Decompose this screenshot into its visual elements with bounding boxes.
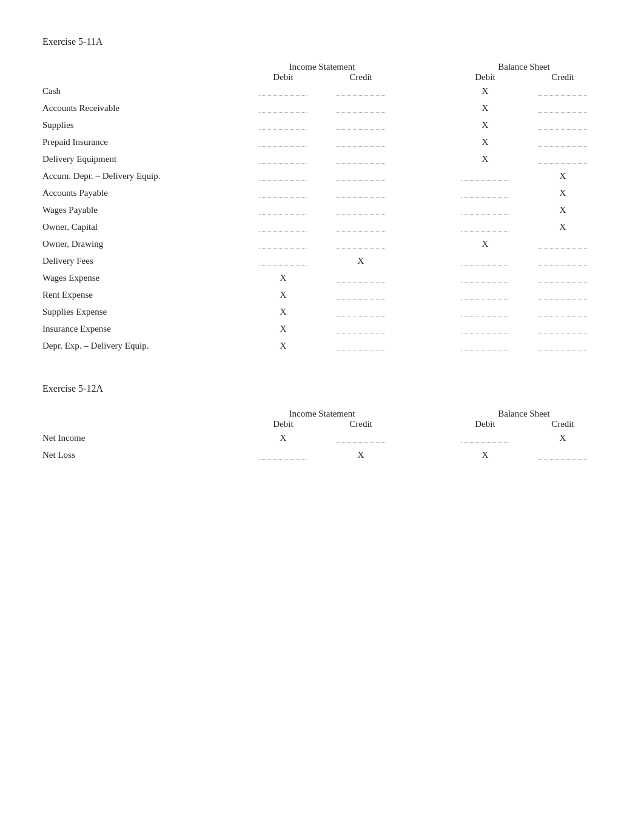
x-mark: X	[560, 171, 566, 181]
is-credit-cell	[322, 167, 400, 184]
dotted-field	[461, 223, 509, 232]
balance-sheet-group-header: Balance Sheet	[446, 62, 602, 72]
dotted-field	[259, 172, 307, 181]
exercise-2-worksheet: Income Statement Balance Sheet Debit Cre…	[42, 409, 602, 463]
x-mark: X	[280, 324, 287, 334]
dotted-field	[461, 291, 509, 300]
dotted-field	[538, 342, 587, 350]
spacer-cell	[400, 167, 446, 184]
col-header-row-2: Debit Credit Debit Credit	[42, 419, 602, 429]
spacer-col-header	[400, 72, 446, 82]
dotted-field	[538, 104, 587, 113]
is-debit-cell: X	[244, 269, 322, 286]
spacer-cell	[400, 133, 446, 150]
dotted-field	[259, 138, 307, 147]
dotted-field	[538, 155, 587, 164]
x-mark: X	[358, 450, 364, 460]
bs-debit-cell: X	[446, 235, 524, 252]
table-row: Delivery EquipmentX	[42, 150, 602, 167]
row-label: Net Income	[42, 429, 244, 446]
dotted-field	[337, 172, 385, 181]
row-label: Insurance Expense	[42, 320, 244, 337]
x-mark: X	[481, 86, 488, 96]
dotted-field	[538, 274, 587, 283]
table-row: Accounts PayableX	[42, 184, 602, 201]
spacer-cell	[400, 218, 446, 235]
exercise-2-title: Exercise 5-12A	[42, 383, 602, 394]
empty-header-2	[42, 409, 244, 419]
row-label: Accum. Depr. – Delivery Equip.	[42, 167, 244, 184]
bs-debit-cell	[446, 184, 524, 201]
dotted-field	[259, 87, 307, 96]
spacer-cell	[400, 116, 446, 133]
dotted-field	[259, 223, 307, 232]
x-mark: X	[481, 239, 488, 249]
dotted-field	[259, 240, 307, 249]
empty-header	[42, 62, 244, 72]
row-label: Wages Expense	[42, 269, 244, 286]
income-statement-group-header: Income Statement	[244, 62, 400, 72]
table-row: Wages PayableX	[42, 201, 602, 218]
is-credit-cell	[322, 320, 400, 337]
dotted-field	[337, 291, 385, 300]
bs-credit-cell	[524, 337, 602, 354]
dotted-field	[538, 87, 587, 96]
bs-debit-cell	[446, 286, 524, 303]
is-debit-cell: X	[244, 320, 322, 337]
bs-debit-cell: X	[446, 82, 524, 99]
dotted-field	[538, 138, 587, 147]
is-debit-header: Debit	[244, 72, 322, 82]
is-debit-cell	[244, 167, 322, 184]
spacer-header	[400, 62, 446, 72]
is-debit-cell: X	[244, 429, 322, 446]
bs-credit-cell	[524, 99, 602, 116]
is-debit-cell	[244, 235, 322, 252]
exercise-1-title: Exercise 5-11A	[42, 36, 602, 47]
label-col-header-2	[42, 419, 244, 429]
bs-debit-cell	[446, 269, 524, 286]
table-row: Depr. Exp. – Delivery Equip.X	[42, 337, 602, 354]
exercise-2-table: Income Statement Balance Sheet Debit Cre…	[42, 409, 602, 463]
x-mark: X	[280, 273, 287, 283]
bs-debit-cell	[446, 167, 524, 184]
row-label: Delivery Equipment	[42, 150, 244, 167]
x-mark: X	[481, 137, 488, 147]
dotted-field	[538, 325, 587, 334]
is-credit-cell	[322, 269, 400, 286]
dotted-field	[337, 189, 385, 198]
is-debit-cell	[244, 116, 322, 133]
is-credit-cell	[322, 184, 400, 201]
x-mark: X	[481, 450, 488, 460]
dotted-field	[461, 206, 509, 215]
dotted-field	[337, 240, 385, 249]
dotted-field	[538, 257, 587, 266]
dotted-field	[259, 121, 307, 130]
row-label: Owner, Capital	[42, 218, 244, 235]
table-row: Accounts ReceivableX	[42, 99, 602, 116]
spacer-cell	[400, 150, 446, 167]
bs-credit-cell	[524, 320, 602, 337]
label-col-header	[42, 72, 244, 82]
row-label: Net Loss	[42, 446, 244, 463]
is-debit-cell	[244, 82, 322, 99]
bs-debit-cell: X	[446, 133, 524, 150]
table-row: CashX	[42, 82, 602, 99]
is-debit-cell	[244, 99, 322, 116]
spacer-col-header-2	[400, 419, 446, 429]
exercise-1-table: Income Statement Balance Sheet Debit Cre…	[42, 62, 602, 354]
is-credit-cell	[322, 150, 400, 167]
row-label: Accounts Payable	[42, 184, 244, 201]
bs-debit-cell: X	[446, 116, 524, 133]
row-label: Prepaid Insurance	[42, 133, 244, 150]
row-label: Supplies Expense	[42, 303, 244, 320]
is-credit-cell	[322, 99, 400, 116]
row-label: Wages Payable	[42, 201, 244, 218]
row-label: Delivery Fees	[42, 252, 244, 269]
bs-debit-cell	[446, 201, 524, 218]
dotted-field	[337, 308, 385, 317]
dotted-field	[538, 308, 587, 317]
spacer-cell	[400, 201, 446, 218]
x-mark: X	[560, 188, 566, 198]
is-debit-cell	[244, 150, 322, 167]
bs-credit-cell: X	[524, 167, 602, 184]
